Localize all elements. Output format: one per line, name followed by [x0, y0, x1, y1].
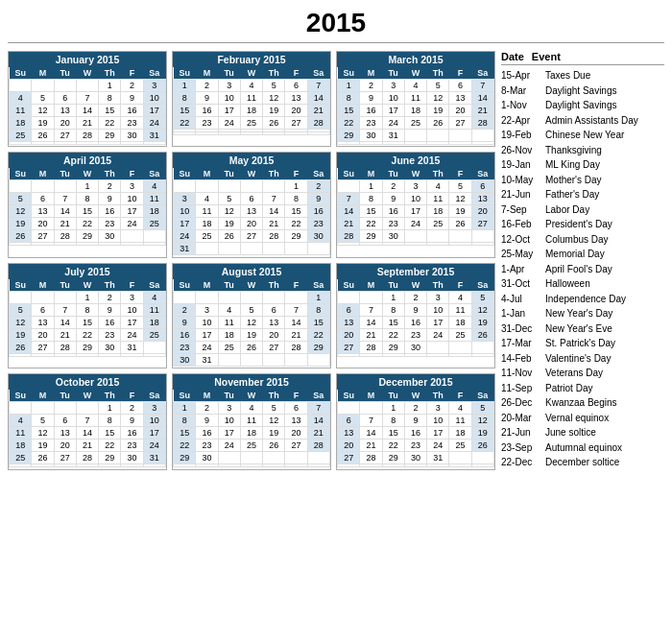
day-header: W	[240, 168, 262, 180]
calendar-day: 14	[263, 205, 285, 218]
event-name: Mother's Day	[545, 173, 602, 188]
calendar-day: 16	[196, 427, 218, 440]
calendar-day: 16	[196, 105, 218, 117]
events-panel: Date Event 15-AprTaxes Due8-MarDaylight …	[501, 51, 664, 470]
calendar-day: 13	[32, 316, 54, 328]
calendar-header: April 2015	[9, 153, 166, 168]
event-row: 8-MarDaylight Savings	[501, 83, 664, 99]
calendar-day: 19	[240, 328, 262, 341]
calendar-day: 10	[218, 415, 240, 427]
calendar-day	[285, 291, 307, 303]
calendar-table: SuMTuWThFSa12345678910111213141516171819…	[9, 168, 166, 246]
event-date: 10-May	[501, 173, 541, 188]
day-header: W	[404, 390, 426, 402]
calendar-table: SuMTuWThFSa12345678910111213141516171819…	[337, 168, 494, 246]
calendar-day: 9	[174, 316, 196, 328]
calendar-day: 15	[99, 427, 121, 440]
calendar-day: 17	[427, 427, 449, 440]
calendar-day: 16	[360, 105, 382, 117]
calendar-day: 19	[449, 205, 471, 218]
calendar-day: 21	[263, 218, 285, 230]
event-name: New Year's Day	[545, 306, 612, 321]
calendar-day	[54, 180, 76, 193]
calendar-day: 18	[196, 218, 218, 230]
calendar-day	[218, 464, 240, 467]
calendar-day: 18	[240, 427, 262, 440]
event-date: 22-Dec	[501, 455, 541, 470]
calendar-day	[143, 230, 165, 243]
calendar-day: 2	[99, 180, 121, 193]
calendar-day: 17	[121, 205, 143, 218]
calendar-day: 5	[263, 80, 285, 92]
calendar-day: 16	[99, 205, 121, 218]
calendar-december-2015: December 2015SuMTuWThFSa1234567891011121…	[336, 373, 495, 469]
calendar-day: 10	[382, 92, 404, 105]
calendar-day: 10	[174, 205, 196, 218]
day-header: Sa	[471, 390, 493, 402]
event-name: Taxes Due	[545, 68, 590, 83]
year-title: 2015	[8, 8, 664, 38]
calendar-day: 26	[240, 341, 262, 353]
calendar-day: 5	[240, 303, 262, 316]
calendar-day: 14	[338, 205, 360, 218]
calendar-day	[427, 130, 449, 142]
calendar-day	[10, 243, 32, 246]
event-name: Veterans Day	[545, 366, 603, 381]
event-row: 7-SepLabor Day	[501, 202, 664, 218]
calendar-day: 25	[404, 117, 426, 130]
event-date: 8-Mar	[501, 83, 541, 99]
calendar-day: 22	[338, 117, 360, 130]
calendar-day	[471, 130, 493, 142]
calendar-day: 2	[382, 180, 404, 193]
calendar-day: 1	[382, 402, 404, 415]
calendar-day	[360, 353, 382, 356]
calendar-day: 23	[382, 218, 404, 230]
calendar-day: 20	[338, 328, 360, 341]
calendar-header: January 2015	[9, 52, 166, 67]
calendar-day	[338, 291, 360, 303]
day-header: F	[449, 390, 471, 402]
calendar-day: 10	[196, 316, 218, 328]
event-row: 20-MarVernal equinox	[501, 411, 664, 426]
calendar-day: 31	[143, 130, 165, 142]
calendar-day	[285, 452, 307, 464]
calendar-day: 1	[285, 180, 307, 193]
calendar-day: 24	[218, 117, 240, 130]
calendar-day	[240, 180, 262, 193]
calendar-day: 18	[404, 105, 426, 117]
calendar-day: 13	[54, 105, 76, 117]
calendar-day: 5	[263, 402, 285, 415]
calendar-day: 26	[32, 130, 54, 142]
day-header: Th	[99, 168, 121, 180]
calendar-day: 26	[263, 440, 285, 452]
calendar-day: 14	[76, 427, 98, 440]
calendar-table: SuMTuWThFSa12345678910111213141516171819…	[173, 168, 330, 255]
day-header: F	[449, 168, 471, 180]
calendar-table: SuMTuWThFSa12345678910111213141516171819…	[9, 67, 166, 145]
calendar-day	[54, 353, 76, 356]
day-header: Su	[338, 390, 360, 402]
calendar-day: 2	[99, 291, 121, 303]
day-header: Sa	[307, 390, 329, 402]
calendar-day: 20	[54, 440, 76, 452]
calendar-day	[32, 243, 54, 246]
day-header: W	[76, 279, 98, 292]
event-name: Labor Day	[545, 202, 589, 218]
event-date: 16-Feb	[501, 217, 541, 232]
event-date: 21-Jun	[501, 187, 541, 202]
calendar-day: 1	[360, 180, 382, 193]
calendar-day: 14	[76, 105, 98, 117]
calendar-day: 25	[240, 440, 262, 452]
day-header: Su	[338, 279, 360, 292]
event-name: Kwanzaa Begins	[545, 395, 617, 411]
day-header: Tu	[218, 168, 240, 180]
day-header: F	[285, 67, 307, 80]
calendar-day: 22	[174, 117, 196, 130]
calendar-day	[218, 291, 240, 303]
calendar-day: 3	[196, 303, 218, 316]
calendar-day	[174, 464, 196, 467]
calendar-day: 18	[427, 205, 449, 218]
calendar-day: 24	[427, 440, 449, 452]
event-name: ML King Day	[545, 157, 600, 173]
day-header: Sa	[143, 168, 165, 180]
